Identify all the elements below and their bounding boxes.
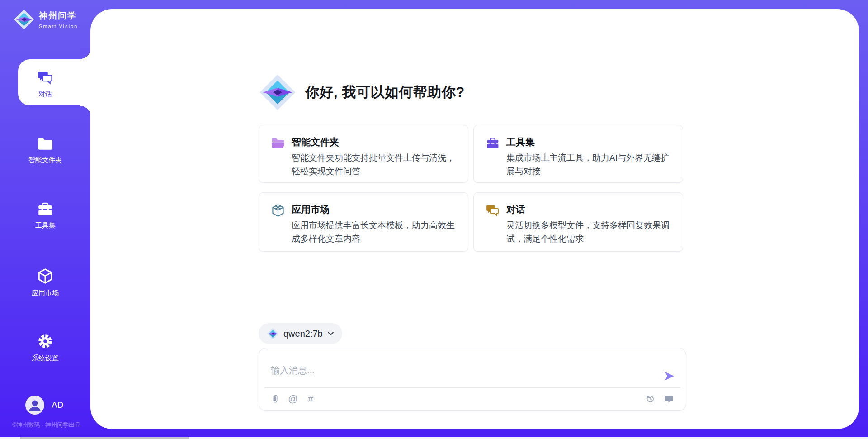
chat-icon: [37, 69, 54, 86]
feature-card-toolset[interactable]: 工具集 集成市场上主流工具，助力AI与外界无缝扩展与对接: [473, 125, 683, 183]
attach-file-button[interactable]: [270, 393, 281, 404]
composer-divider: [264, 387, 680, 388]
card-title: 智能文件夹: [292, 136, 339, 148]
hash-icon: #: [308, 393, 313, 404]
sidebar-item-smart-folder[interactable]: 智能文件夹: [0, 136, 90, 165]
sidebar-item-label: 智能文件夹: [28, 156, 62, 165]
comment-icon: [664, 394, 674, 404]
chat-icon: [486, 203, 500, 218]
paperclip-icon: [270, 393, 280, 404]
greeting-block: 你好, 我可以如何帮助你?: [259, 74, 465, 111]
toolbox-icon: [37, 201, 54, 217]
scrollbar-thumb[interactable]: [20, 437, 189, 439]
model-name: qwen2:7b: [283, 329, 323, 339]
user-initials: AD: [52, 400, 63, 410]
card-title: 工具集: [506, 136, 535, 148]
toolbox-icon: [486, 136, 500, 150]
assistant-diamond-icon: [259, 74, 296, 111]
sidebar-item-label: 应用市场: [32, 289, 59, 297]
sidebar-item-settings[interactable]: 系统设置: [0, 333, 90, 363]
card-description: 灵活切换多模型文件，支持多样回复效果调试，满足个性化需求: [506, 219, 676, 246]
feature-card-chat[interactable]: 对话 灵活切换多模型文件，支持多样回复效果调试，满足个性化需求: [473, 192, 683, 252]
feature-card-smart-folder[interactable]: 智能文件夹 智能文件夹功能支持批量文件上传与清洗，轻松实现文件问答: [259, 125, 468, 183]
sidebar-item-label: 对话: [38, 90, 52, 99]
gear-icon: [37, 333, 54, 350]
sidebar-item-chat[interactable]: 对话: [0, 69, 90, 99]
sidebar-item-label: 系统设置: [32, 354, 59, 363]
card-description: 智能文件夹功能支持批量文件上传与清洗，轻松实现文件问答: [292, 151, 462, 178]
brand-subtitle: Smart Vision: [39, 24, 78, 29]
folder-icon: [37, 136, 54, 152]
sidebar-item-toolset[interactable]: 工具集: [0, 201, 90, 230]
sidebar-footer: ©神州数码 · 神州问学出品: [0, 421, 93, 429]
sidebar-item-app-market[interactable]: 应用市场: [0, 267, 90, 297]
feature-card-app-market[interactable]: 应用市场 应用市场提供丰富长文本模板，助力高效生成多样化文章内容: [259, 192, 468, 252]
brand-diamond-icon: [14, 9, 34, 30]
greeting-text: 你好, 我可以如何帮助你?: [305, 83, 465, 102]
main-content-panel: 你好, 我可以如何帮助你? 智能文件夹 智能文件夹功能支持批量文件上传与清洗，轻…: [90, 9, 859, 429]
message-composer: @ #: [259, 348, 686, 411]
user-icon: [25, 396, 44, 415]
cube-icon: [271, 203, 285, 218]
model-diamond-icon: [267, 328, 279, 340]
card-title: 对话: [506, 203, 525, 216]
sidebar-item-label: 工具集: [35, 221, 56, 230]
card-description: 应用市场提供丰富长文本模板，助力高效生成多样化文章内容: [292, 219, 462, 246]
history-button[interactable]: [645, 393, 656, 404]
history-icon: [646, 394, 656, 404]
active-tab-fillet-top: [80, 48, 91, 59]
user-profile[interactable]: AD: [25, 396, 63, 415]
message-input[interactable]: [270, 361, 650, 379]
model-selector[interactable]: qwen2:7b: [259, 323, 342, 344]
topic-button[interactable]: #: [305, 393, 316, 404]
cube-icon: [37, 267, 54, 285]
brand-logo: 神州问学 Smart Vision: [14, 9, 78, 30]
active-tab-fillet-bottom: [80, 105, 91, 117]
card-title: 应用市场: [292, 203, 330, 216]
folder-icon: [271, 136, 285, 150]
at-icon: @: [288, 393, 297, 404]
send-icon[interactable]: [663, 370, 675, 382]
mention-button[interactable]: @: [288, 393, 298, 404]
card-description: 集成市场上主流工具，助力AI与外界无缝扩展与对接: [506, 151, 676, 178]
new-chat-button[interactable]: [663, 393, 674, 404]
brand-name: 神州问学: [39, 10, 78, 22]
avatar: [25, 396, 44, 415]
chevron-down-icon: [327, 331, 334, 336]
horizontal-scrollbar: [0, 437, 868, 439]
